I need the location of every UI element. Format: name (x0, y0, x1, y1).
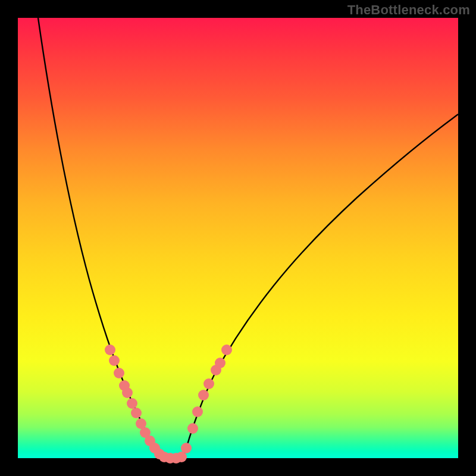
data-dot (198, 390, 209, 400)
data-dot (187, 423, 198, 434)
data-dot (192, 406, 203, 417)
data-dot (221, 345, 232, 355)
data-dot (109, 355, 120, 366)
data-dot (105, 345, 115, 355)
chart-svg (18, 18, 458, 458)
data-dot (181, 443, 192, 453)
data-dots (105, 345, 232, 464)
data-dot (122, 387, 133, 398)
left-curve (38, 18, 165, 458)
chart-frame: TheBottleneck.com (0, 0, 476, 476)
right-curve (178, 114, 458, 458)
plot-area (18, 18, 458, 458)
watermark-text: TheBottleneck.com (347, 2, 470, 18)
data-dot (114, 368, 124, 378)
data-dot (215, 358, 226, 368)
data-dot (127, 398, 137, 409)
data-dot (203, 378, 214, 389)
data-dot (131, 408, 142, 418)
